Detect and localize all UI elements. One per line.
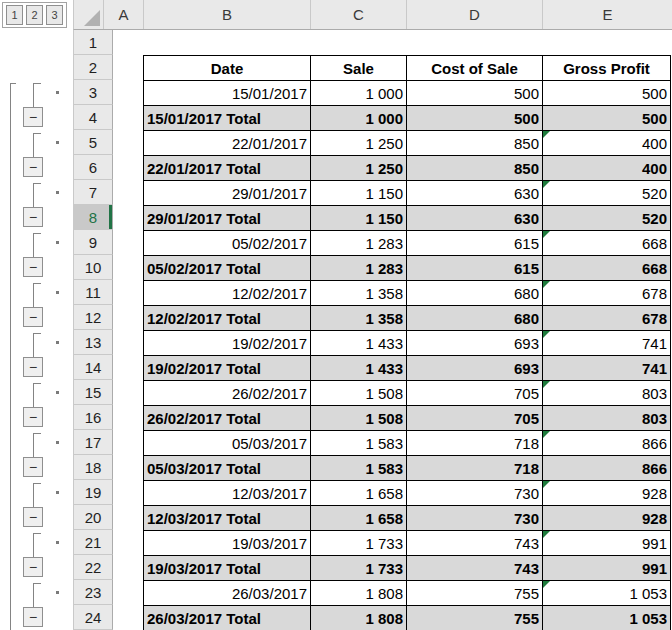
cell-sale[interactable]: 1 733 [311, 556, 407, 581]
row-header-15[interactable]: 15 [73, 380, 113, 405]
cell-date[interactable]: 29/01/2017 [144, 181, 311, 206]
cell-gross-profit[interactable]: 803 [543, 406, 671, 431]
header-cell-sale[interactable]: Sale [311, 56, 407, 81]
cell-gross-profit[interactable]: 866 [543, 456, 671, 481]
cell-date[interactable]: 26/02/2017 Total [144, 406, 311, 431]
cell-cost-of-sale[interactable]: 755 [407, 581, 543, 606]
row-header-10[interactable]: 10 [73, 255, 113, 280]
cell-date[interactable]: 05/03/2017 [144, 431, 311, 456]
outline-collapse-button-row-14[interactable]: − [23, 357, 43, 377]
cell-cost-of-sale[interactable]: 680 [407, 306, 543, 331]
cell-gross-profit[interactable]: 1 053 [543, 606, 671, 630]
cell-cost-of-sale[interactable]: 743 [407, 556, 543, 581]
cell-date[interactable]: 12/02/2017 [144, 281, 311, 306]
cell-gross-profit[interactable]: 803 [543, 381, 671, 406]
outline-collapse-button-row-6[interactable]: − [23, 157, 43, 177]
column-header-b[interactable]: B [144, 0, 311, 29]
cell-sale[interactable]: 1 508 [311, 406, 407, 431]
cell-date[interactable]: 19/03/2017 [144, 531, 311, 556]
cell-gross-profit[interactable]: 400 [543, 131, 671, 156]
outline-collapse-button-row-20[interactable]: − [23, 507, 43, 527]
cell-gross-profit[interactable]: 928 [543, 506, 671, 531]
cell-date[interactable]: 05/02/2017 [144, 231, 311, 256]
cell-sale[interactable]: 1 000 [311, 106, 407, 131]
column-header-d[interactable]: D [407, 0, 543, 29]
cell-gross-profit[interactable]: 741 [543, 356, 671, 381]
header-cell-gross-profit[interactable]: Gross Profit [543, 56, 671, 81]
cell-gross-profit[interactable]: 678 [543, 306, 671, 331]
row-header-20[interactable]: 20 [73, 505, 113, 530]
cell-date[interactable]: 19/02/2017 [144, 331, 311, 356]
cell-sale[interactable]: 1 658 [311, 481, 407, 506]
row-header-19[interactable]: 19 [73, 480, 113, 505]
outline-collapse-button-row-22[interactable]: − [23, 557, 43, 577]
row-header-18[interactable]: 18 [73, 455, 113, 480]
row-header-11[interactable]: 11 [73, 280, 113, 305]
cell-gross-profit[interactable]: 500 [543, 81, 671, 106]
cell-cost-of-sale[interactable]: 730 [407, 506, 543, 531]
row-header-12[interactable]: 12 [73, 305, 113, 330]
cell-sale[interactable]: 1 433 [311, 356, 407, 381]
cell-cost-of-sale[interactable]: 705 [407, 381, 543, 406]
outline-level-button-3[interactable]: 3 [46, 5, 63, 25]
cell-cost-of-sale[interactable]: 500 [407, 106, 543, 131]
row-header-8[interactable]: 8 [73, 205, 113, 230]
row-header-17[interactable]: 17 [73, 430, 113, 455]
cell-gross-profit[interactable]: 668 [543, 256, 671, 281]
cell-cost-of-sale[interactable]: 705 [407, 406, 543, 431]
row-header-21[interactable]: 21 [73, 530, 113, 555]
cell-cost-of-sale[interactable]: 850 [407, 131, 543, 156]
row-header-2[interactable]: 2 [73, 55, 113, 80]
cell-sale[interactable]: 1 150 [311, 206, 407, 231]
cell-sale[interactable]: 1 150 [311, 181, 407, 206]
outline-collapse-button-row-4[interactable]: − [23, 107, 43, 127]
cell-date[interactable]: 22/01/2017 [144, 131, 311, 156]
outline-level-button-1[interactable]: 1 [6, 5, 23, 25]
row-header-5[interactable]: 5 [73, 130, 113, 155]
cell-cost-of-sale[interactable]: 718 [407, 456, 543, 481]
outline-level-button-2[interactable]: 2 [26, 5, 43, 25]
cell-gross-profit[interactable]: 1 053 [543, 581, 671, 606]
row-header-13[interactable]: 13 [73, 330, 113, 355]
cell-cost-of-sale[interactable]: 730 [407, 481, 543, 506]
cell-date[interactable]: 26/03/2017 Total [144, 606, 311, 630]
row-header-9[interactable]: 9 [73, 230, 113, 255]
cell-gross-profit[interactable]: 991 [543, 556, 671, 581]
cell-gross-profit[interactable]: 928 [543, 481, 671, 506]
row-header-3[interactable]: 3 [73, 80, 113, 105]
cell-date[interactable]: 26/02/2017 [144, 381, 311, 406]
outline-collapse-button-row-12[interactable]: − [23, 307, 43, 327]
cell-cost-of-sale[interactable]: 500 [407, 81, 543, 106]
cell-gross-profit[interactable]: 866 [543, 431, 671, 456]
cell-date[interactable]: 19/03/2017 Total [144, 556, 311, 581]
cell-gross-profit[interactable]: 678 [543, 281, 671, 306]
row-header-24[interactable]: 24 [73, 605, 113, 630]
header-cell-cost-of-sale[interactable]: Cost of Sale [407, 56, 543, 81]
cell-date[interactable]: 12/03/2017 [144, 481, 311, 506]
outline-collapse-button-row-18[interactable]: − [23, 457, 43, 477]
row-header-16[interactable]: 16 [73, 405, 113, 430]
cell-sale[interactable]: 1 283 [311, 256, 407, 281]
cell-date[interactable]: 19/02/2017 Total [144, 356, 311, 381]
cell-cost-of-sale[interactable]: 755 [407, 606, 543, 630]
cell-gross-profit[interactable]: 668 [543, 231, 671, 256]
outline-collapse-button-row-24[interactable]: − [23, 607, 43, 627]
cell-cost-of-sale[interactable]: 693 [407, 331, 543, 356]
cell-date[interactable]: 22/01/2017 Total [144, 156, 311, 181]
cell-gross-profit[interactable]: 991 [543, 531, 671, 556]
outline-collapse-button-row-10[interactable]: − [23, 257, 43, 277]
cell-date[interactable]: 15/01/2017 [144, 81, 311, 106]
cell-sale[interactable]: 1 583 [311, 456, 407, 481]
cell-sale[interactable]: 1 000 [311, 81, 407, 106]
cell-sale[interactable]: 1 358 [311, 306, 407, 331]
cell-gross-profit[interactable]: 400 [543, 156, 671, 181]
cell-cost-of-sale[interactable]: 615 [407, 231, 543, 256]
cell-gross-profit[interactable]: 500 [543, 106, 671, 131]
row-header-23[interactable]: 23 [73, 580, 113, 605]
cell-sale[interactable]: 1 508 [311, 381, 407, 406]
row-header-6[interactable]: 6 [73, 155, 113, 180]
cell-sale[interactable]: 1 808 [311, 606, 407, 630]
cell-gross-profit[interactable]: 741 [543, 331, 671, 356]
cell-sale[interactable]: 1 358 [311, 281, 407, 306]
outline-collapse-button-row-8[interactable]: − [23, 207, 43, 227]
